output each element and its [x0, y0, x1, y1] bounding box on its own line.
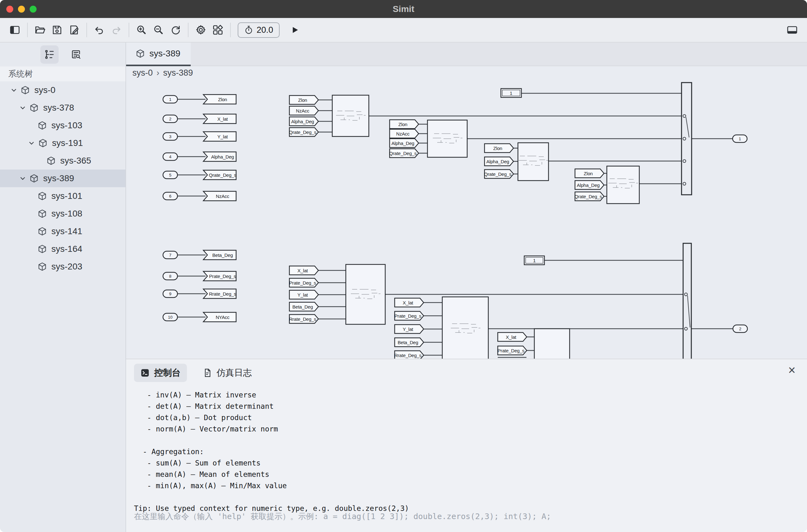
svg-text:Prate_Deg_s: Prate_Deg_s — [209, 273, 236, 279]
breadcrumb: sys-0 › sys-389 — [132, 68, 193, 78]
tab-sim-log-label: 仿真日志 — [217, 367, 252, 379]
toolbar-separator — [230, 23, 231, 37]
breadcrumb-root[interactable]: sys-0 — [132, 68, 153, 78]
svg-text:Prate_Deg_s: Prate_Deg_s — [394, 313, 421, 319]
sidebar-item-sys-103[interactable]: sys-103 — [0, 117, 126, 134]
tab-console[interactable]: 控制台 — [134, 364, 187, 382]
save-button[interactable] — [49, 21, 65, 38]
chevron-down-icon[interactable] — [19, 174, 27, 183]
sidebar-header: 系统树 — [0, 66, 126, 81]
cube-icon — [38, 262, 47, 271]
sidebar-item-sys-141[interactable]: sys-141 — [0, 223, 126, 240]
stopwatch-icon — [244, 25, 254, 35]
block-diagram[interactable]: 1 2 3 4 5 6 Zlon X_lat Y_lat Alpha_Deg Q… — [126, 78, 807, 359]
sidebar-item-sys-191[interactable]: sys-191 — [0, 134, 126, 152]
property-list-button[interactable] — [67, 45, 85, 64]
close-window-button[interactable] — [6, 6, 13, 13]
run-simulation-button[interactable] — [288, 23, 302, 37]
cube-icon — [29, 174, 39, 183]
save-icon — [51, 24, 63, 36]
svg-text:4: 4 — [169, 154, 171, 159]
reset-view-button[interactable] — [167, 21, 184, 38]
sidebar-item-sys-0[interactable]: sys-0 — [0, 81, 126, 99]
svg-text:Zlon: Zlon — [218, 97, 227, 102]
svg-text:Qrate_Deg_s: Qrate_Deg_s — [389, 151, 416, 156]
cube-icon — [46, 156, 56, 166]
play-icon — [290, 25, 299, 35]
cube-icon — [135, 49, 145, 58]
svg-text:Alpha_Deg: Alpha_Deg — [392, 140, 414, 146]
svg-text:Y_lat: Y_lat — [217, 134, 228, 139]
save-as-button[interactable] — [65, 21, 82, 38]
console-panel: 控制台 仿真日志 × - inv(A) — Matrix inverse - d… — [126, 359, 807, 532]
svg-text:X_lat: X_lat — [506, 335, 517, 340]
subsystem-block[interactable] — [534, 329, 570, 359]
svg-text:Alpha_Deg: Alpha_Deg — [291, 119, 314, 124]
subsystem-block[interactable] — [518, 143, 548, 180]
toolbar: 20.0 — [0, 18, 807, 42]
cube-icon — [38, 227, 47, 236]
zoom-window-button[interactable] — [30, 6, 37, 13]
sidebar-item-label: sys-365 — [60, 156, 91, 166]
redo-icon — [111, 24, 122, 36]
cube-icon — [29, 103, 39, 113]
sidebar-item-sys-108[interactable]: sys-108 — [0, 205, 126, 223]
sidebar-item-sys-164[interactable]: sys-164 — [0, 240, 126, 258]
sidebar-item-sys-389[interactable]: sys-389 — [0, 170, 126, 187]
svg-text:6: 6 — [169, 194, 171, 198]
svg-text:Rrate_Deg_s: Rrate_Deg_s — [394, 353, 421, 358]
reset-view-icon — [170, 24, 181, 36]
cube-icon — [20, 86, 30, 95]
open-button[interactable] — [32, 21, 49, 38]
zoom-in-button[interactable] — [133, 21, 150, 38]
tree-view-icon — [44, 49, 55, 60]
sidebar-item-label: sys-101 — [51, 191, 82, 201]
svg-text:1: 1 — [510, 91, 512, 96]
canvas-area[interactable]: sys-0 › sys-389 — [126, 66, 807, 359]
svg-text:Rrate_Deg_s: Rrate_Deg_s — [289, 317, 316, 322]
toggle-sidebar-button[interactable] — [6, 21, 23, 38]
console-input[interactable]: 在这里输入命令（输入 'help' 获取提示）。示例: a = diag([1 … — [134, 511, 796, 521]
zoom-out-button[interactable] — [150, 21, 167, 38]
zoom-in-icon — [136, 24, 147, 36]
svg-text:X_lat: X_lat — [402, 300, 413, 305]
sidebar-item-sys-203[interactable]: sys-203 — [0, 258, 126, 276]
chevron-down-icon[interactable] — [27, 139, 36, 147]
tab-sim-log[interactable]: 仿真日志 — [196, 364, 258, 382]
svg-text:1: 1 — [533, 258, 536, 263]
svg-text:2: 2 — [739, 326, 741, 331]
toolbar-separator — [27, 23, 28, 37]
redo-button[interactable] — [108, 21, 125, 38]
sim-time-field[interactable]: 20.0 — [238, 22, 280, 38]
sidebar-item-sys-101[interactable]: sys-101 — [0, 187, 126, 205]
subsystem-block[interactable] — [442, 297, 488, 359]
chevron-down-icon[interactable] — [19, 104, 27, 112]
close-console-button[interactable]: × — [785, 363, 799, 377]
sim-time-value[interactable]: 20.0 — [257, 25, 273, 35]
minimize-window-button[interactable] — [18, 6, 25, 13]
svg-text:3: 3 — [169, 134, 171, 139]
undo-button[interactable] — [91, 21, 108, 38]
mux-block[interactable] — [683, 243, 691, 359]
svg-text:Qrate_Deg_s: Qrate_Deg_s — [289, 130, 316, 135]
sidebar-item-sys-365[interactable]: sys-365 — [0, 152, 126, 170]
toggle-panel-button[interactable] — [784, 21, 801, 38]
block-library-button[interactable] — [209, 21, 226, 38]
zoom-out-icon — [153, 24, 164, 36]
svg-text:Beta_Deg: Beta_Deg — [397, 340, 418, 345]
tab-sys-389[interactable]: sys-389 — [126, 42, 191, 66]
svg-text:Y_lat: Y_lat — [402, 326, 413, 332]
system-tree-view-button[interactable] — [40, 45, 59, 64]
settings-button[interactable] — [192, 21, 209, 38]
subsystem-block[interactable] — [607, 166, 639, 204]
svg-text:Y_lat: Y_lat — [297, 292, 308, 298]
svg-text:Alpha_Deg: Alpha_Deg — [486, 159, 509, 164]
cube-icon — [38, 209, 47, 218]
svg-text:X_lat: X_lat — [297, 268, 308, 273]
svg-text:NzAcc: NzAcc — [216, 193, 229, 199]
svg-text:5: 5 — [169, 173, 171, 177]
chevron-down-icon[interactable] — [10, 86, 18, 94]
sidebar-item-sys-378[interactable]: sys-378 — [0, 99, 126, 117]
svg-text:Qrate_Deg_s: Qrate_Deg_s — [574, 194, 602, 199]
svg-text:Alpha_Deg: Alpha_Deg — [211, 154, 234, 159]
